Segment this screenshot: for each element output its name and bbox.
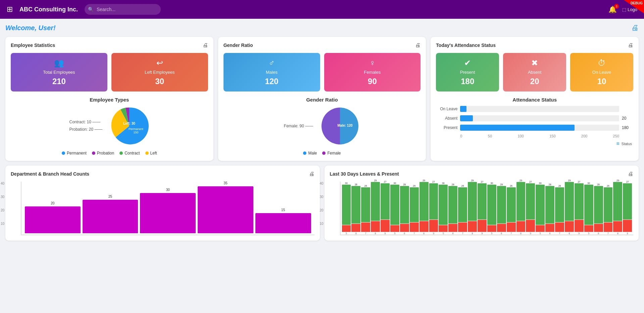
welcome-row: Welcome, User! 🖨 bbox=[5, 23, 639, 32]
absent-label: Absent bbox=[528, 70, 541, 75]
day-col-14: 279 bbox=[478, 181, 487, 235]
absent-icon: ✖ bbox=[531, 58, 538, 68]
app-logo: ABC Consulting Inc. bbox=[19, 6, 78, 13]
last30days-card: Last 30 Days Leaves & Present 🖨 40 30 20… bbox=[325, 166, 639, 241]
notification-badge: 3 bbox=[614, 4, 619, 9]
gender-pie-area: Female: 90 —— Male: 120 bbox=[224, 106, 421, 146]
present-bar-value: 180 bbox=[622, 125, 632, 130]
males-value: 120 bbox=[265, 77, 279, 86]
day-col-24: 279 bbox=[575, 181, 584, 235]
welcome-user: User! bbox=[39, 24, 56, 32]
day-col-21: 286 bbox=[545, 183, 554, 235]
present-icon: ✔ bbox=[464, 58, 471, 68]
gender-pie: Male: 120 bbox=[320, 106, 360, 146]
day-col-25: 305 bbox=[584, 182, 593, 235]
on-leave-bar-label: On Leave bbox=[437, 107, 457, 111]
day-col-23: 298 bbox=[565, 179, 574, 235]
left-employees-icon: ↩ bbox=[156, 58, 163, 68]
day-col-26: 286 bbox=[594, 183, 603, 235]
females-tile: ♀ Females 90 bbox=[324, 53, 421, 91]
header-actions: 🔔 3 ⬚ Logo bbox=[608, 5, 637, 13]
notification-button[interactable]: 🔔 3 bbox=[608, 5, 617, 13]
attendance-stat-tiles: ✔ Present 180 ✖ Absent 20 ⏱ On Leave 10 bbox=[436, 53, 633, 91]
attendance-status-print[interactable]: 🖨 bbox=[628, 42, 633, 48]
dept-branch-card: Department & Branch Head Counts 🖨 40 30 … bbox=[5, 166, 320, 241]
day-col-19: 279 bbox=[526, 181, 535, 235]
day-col-29: 279 bbox=[623, 181, 632, 235]
day-col-10: 305 bbox=[439, 182, 448, 235]
attendance-chart-title: Attendance Status bbox=[436, 97, 633, 103]
day-col-22: 267 bbox=[555, 185, 564, 235]
grid-icon[interactable]: ⊞ bbox=[7, 5, 13, 14]
absent-bar-value: 20 bbox=[622, 116, 632, 121]
legend-left: Left bbox=[145, 151, 157, 155]
attendance-status-card: Today's Attendance Status 🖨 ✔ Present 18… bbox=[431, 37, 639, 161]
present-label: Present bbox=[460, 70, 475, 75]
last30days-chart: 3052862672982793052862672982793052862672… bbox=[340, 182, 634, 235]
pie-labels: Contract: 10 —— Probation: 20 —— bbox=[69, 119, 102, 133]
welcome-message: Welcome, User! bbox=[5, 24, 56, 32]
present-bar-fill bbox=[460, 125, 575, 131]
status-legend-icon: ≡ bbox=[616, 141, 619, 147]
employee-types-pie-area: Contract: 10 —— Probation: 20 —— Left: 3… bbox=[11, 106, 208, 146]
attendance-status-header: Today's Attendance Status 🖨 bbox=[436, 42, 633, 48]
employee-types-legend: Permanent Probation Contract Left bbox=[11, 151, 208, 155]
present-value: 180 bbox=[461, 77, 474, 86]
dept-branch-bar-chart: 20 25 30 35 bbox=[21, 182, 314, 235]
logout-button[interactable]: ⬚ Logo bbox=[622, 7, 637, 12]
dept-branch-title: Department & Branch Head Counts bbox=[11, 171, 89, 177]
employee-statistics-print[interactable]: 🖨 bbox=[203, 42, 208, 48]
day-col-8: 298 bbox=[419, 179, 429, 235]
attendance-bar-chart: On Leave Absent 20 Present bbox=[436, 106, 633, 147]
welcome-prefix: Welcome, bbox=[5, 24, 37, 32]
on-leave-label: On Leave bbox=[592, 70, 611, 75]
present-bar-row: Present 180 bbox=[437, 125, 632, 131]
day-col-15: 305 bbox=[487, 182, 496, 235]
absent-bar-label: Absent bbox=[437, 116, 457, 121]
svg-text:Left: 30: Left: 30 bbox=[123, 122, 135, 125]
left-employees-label: Left Employees bbox=[145, 70, 175, 75]
dept-bar-5: 15 bbox=[255, 208, 311, 235]
last30days-chart-wrapper: 40 30 20 10 3052862672982793052862672982… bbox=[330, 182, 634, 235]
gender-ratio-header: Gender Ratio 🖨 bbox=[224, 42, 421, 48]
legend-permanent: Permanent bbox=[62, 151, 87, 155]
dept-branch-print[interactable]: 🖨 bbox=[309, 171, 314, 177]
search-input[interactable] bbox=[85, 4, 161, 15]
attendance-axis: 0 50 100 150 200 250 bbox=[460, 134, 632, 138]
female-pie-label: Female: 90 —— bbox=[284, 124, 313, 128]
days-y-labels: 40 30 20 10 bbox=[320, 182, 324, 235]
total-employees-label: Total Employees bbox=[43, 70, 75, 75]
day-col-0: 305 bbox=[342, 182, 351, 235]
day-col-27: 267 bbox=[604, 185, 613, 235]
gender-ratio-print[interactable]: 🖨 bbox=[415, 42, 420, 48]
dept-y-labels: 40 30 20 10 bbox=[1, 182, 4, 235]
legend-female: Female bbox=[322, 151, 341, 155]
search-wrapper bbox=[85, 4, 286, 15]
day-col-11: 286 bbox=[448, 183, 457, 235]
day-col-1: 286 bbox=[351, 183, 360, 235]
day-col-18: 298 bbox=[516, 179, 526, 235]
day-col-6: 286 bbox=[400, 183, 409, 235]
day-col-2: 267 bbox=[361, 185, 370, 235]
left-employees-value: 30 bbox=[155, 77, 164, 86]
probation-label: Probation: 20 —— bbox=[69, 126, 102, 133]
employee-statistics-title: Employee Statistics bbox=[11, 43, 55, 48]
print-page-button[interactable]: 🖨 bbox=[631, 23, 639, 32]
gender-ratio-chart-title: Gender Ratio bbox=[224, 97, 421, 103]
females-value: 90 bbox=[368, 77, 377, 86]
gender-ratio-title: Gender Ratio bbox=[224, 43, 253, 48]
attendance-status-title: Today's Attendance Status bbox=[436, 43, 496, 48]
day-col-4: 279 bbox=[381, 181, 390, 235]
left-employees-tile: ↩ Left Employees 30 bbox=[111, 53, 208, 91]
employee-types-pie: Left: 30 Permanent 150 bbox=[109, 106, 149, 146]
females-label: Females bbox=[364, 70, 381, 75]
employee-statistics-card: Employee Statistics 🖨 👥 Total Employees … bbox=[5, 37, 213, 161]
day-col-9: 279 bbox=[429, 181, 438, 235]
last30days-print[interactable]: 🖨 bbox=[628, 171, 633, 177]
males-label: Males bbox=[266, 70, 278, 75]
dept-bar-1: 20 bbox=[25, 201, 81, 235]
on-leave-bar-row: On Leave bbox=[437, 106, 632, 112]
main-content: Welcome, User! 🖨 Employee Statistics 🖨 👥… bbox=[0, 19, 644, 245]
females-icon: ♀ bbox=[369, 58, 375, 68]
day-col-5: 305 bbox=[390, 182, 399, 235]
